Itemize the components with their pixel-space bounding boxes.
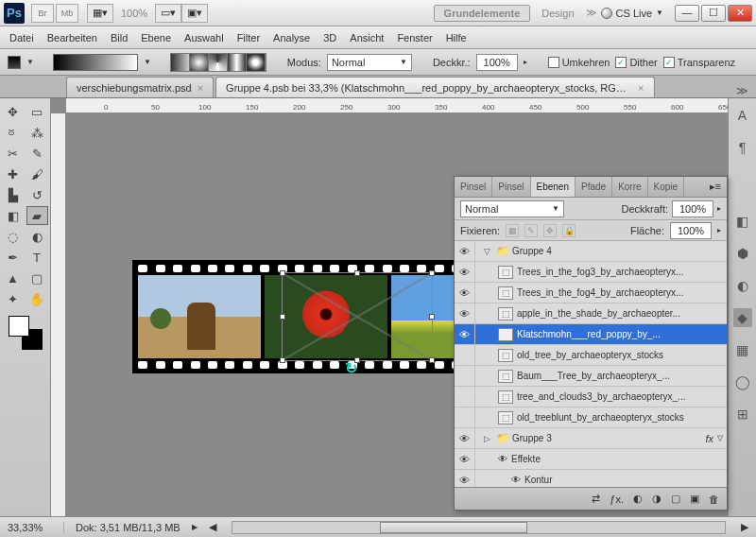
color-swatches[interactable] bbox=[9, 316, 43, 350]
layer-row[interactable]: 👁⬚Klatschmohn___red_poppy_by_... bbox=[455, 324, 727, 345]
visibility-icon[interactable]: 👁 bbox=[455, 449, 475, 469]
layer-row[interactable]: ⬚Baum___Tree_by_archaeopteryx_... bbox=[455, 366, 727, 387]
dodge-tool[interactable]: ◐ bbox=[26, 227, 48, 246]
mode-select[interactable]: Normal▼ bbox=[327, 54, 412, 71]
trash-icon[interactable]: 🗑 bbox=[709, 494, 719, 505]
close-icon[interactable]: × bbox=[198, 82, 203, 94]
layer-name[interactable]: tree_and_clouds3_by_archaeopteryx_... bbox=[517, 391, 723, 402]
menu-ansicht[interactable]: Ansicht bbox=[350, 32, 384, 43]
menu-ebene[interactable]: Ebene bbox=[141, 32, 171, 43]
layer-row[interactable]: 👁👁Effekte bbox=[455, 449, 727, 470]
heal-tool[interactable]: ✚ bbox=[2, 165, 24, 183]
layer-thumb[interactable]: ⬚ bbox=[498, 349, 513, 362]
layer-row[interactable]: 👁▷📁Gruppe 3fx▽ bbox=[455, 428, 727, 449]
visibility-icon[interactable]: 👁 bbox=[455, 283, 475, 303]
status-zoom[interactable]: 33,33% bbox=[8, 522, 64, 533]
layer-name[interactable]: Effekte bbox=[511, 454, 723, 464]
layer-name[interactable]: Trees_in_the_fog3_by_archaeopteryx... bbox=[517, 267, 723, 277]
visibility-icon[interactable]: 👁 bbox=[455, 262, 475, 282]
menu-bearbeiten[interactable]: Bearbeiten bbox=[47, 32, 97, 43]
opacity-input[interactable]: 100% bbox=[476, 54, 518, 71]
layer-thumb[interactable]: ⬚ bbox=[498, 307, 513, 320]
doc-tab-1[interactable]: Gruppe 4.psb bei 33,3% (Klatschmohn___re… bbox=[215, 77, 654, 97]
workspace-essentials[interactable]: Grundelemente bbox=[434, 5, 531, 22]
wand-tool[interactable]: ⁂ bbox=[26, 123, 48, 142]
visibility-icon[interactable] bbox=[455, 407, 475, 427]
move-tool[interactable]: ✥ bbox=[2, 102, 24, 121]
transform-handle[interactable] bbox=[280, 357, 285, 363]
layer-row[interactable]: ⬚old_treeblunt_by_archaeopteryx_stocks bbox=[455, 407, 727, 428]
blur-tool[interactable]: ◌ bbox=[2, 227, 24, 246]
layer-name[interactable]: Klatschmohn___red_poppy_by_... bbox=[517, 329, 723, 339]
shape-tool[interactable]: ▢ bbox=[26, 268, 48, 287]
gradient-diamond[interactable] bbox=[247, 54, 266, 71]
new-layer-icon[interactable]: ▣ bbox=[690, 493, 699, 505]
menu-fenster[interactable]: Fenster bbox=[397, 32, 432, 43]
layer-name[interactable]: Trees_in_the_fog4_by_archaeopteryx... bbox=[517, 287, 723, 298]
eyedropper-tool[interactable]: ✎ bbox=[26, 144, 48, 163]
info-panel-icon[interactable]: ⊞ bbox=[733, 405, 752, 424]
stamp-tool[interactable]: ▙ bbox=[2, 185, 24, 204]
layer-row[interactable]: ⬚old_tree_by_archaeopteryx_stocks bbox=[455, 345, 727, 366]
layer-thumb[interactable]: ⬚ bbox=[498, 286, 513, 300]
transform-handle[interactable] bbox=[280, 314, 285, 320]
h-scrollbar[interactable] bbox=[232, 521, 726, 534]
tab-kopie[interactable]: Kopie bbox=[648, 177, 685, 197]
gradient-angle[interactable] bbox=[209, 54, 228, 71]
blend-select[interactable]: Normal▼ bbox=[460, 200, 564, 217]
layer-list[interactable]: 👁▽📁Gruppe 4👁⬚Trees_in_the_fog3_by_archae… bbox=[455, 241, 727, 487]
tab-ebenen[interactable]: Ebenen bbox=[531, 177, 576, 197]
lock-move-icon[interactable]: ✥ bbox=[543, 224, 557, 237]
ruler-vertical[interactable] bbox=[51, 113, 66, 516]
link-layers-icon[interactable]: ⇄ bbox=[592, 493, 600, 505]
layer-row[interactable]: 👁⬚apple_in_the_shade_by_archaeopter... bbox=[455, 303, 727, 324]
layer-thumb[interactable]: ⬚ bbox=[498, 390, 513, 404]
layer-row[interactable]: 👁▽📁Gruppe 4 bbox=[455, 241, 727, 262]
scroll-right[interactable]: ▶ bbox=[741, 521, 748, 533]
adjustment-icon[interactable]: ◑ bbox=[652, 493, 662, 505]
3d-tool[interactable]: ✦ bbox=[2, 289, 24, 308]
layer-thumb[interactable]: ⬚ bbox=[498, 370, 513, 383]
reverse-checkbox[interactable]: Umkehren bbox=[548, 57, 610, 68]
visibility-icon[interactable]: 👁 bbox=[455, 324, 475, 344]
layers-panel-icon[interactable]: ◆ bbox=[733, 308, 752, 327]
ruler-horizontal[interactable]: 5005010015020025030035040045050055060065… bbox=[66, 98, 728, 113]
transform-handle[interactable] bbox=[280, 270, 285, 276]
gradient-reflected[interactable] bbox=[228, 54, 247, 71]
cs-live[interactable]: CS Live▼ bbox=[601, 8, 663, 19]
layer-row[interactable]: 👁👁Kontur bbox=[455, 470, 727, 487]
dither-checkbox[interactable]: ✓Dither bbox=[615, 57, 657, 68]
minibridge-button[interactable]: Mb bbox=[56, 4, 78, 23]
transform-handle[interactable] bbox=[429, 357, 435, 363]
fx-icon[interactable]: ƒx. bbox=[610, 494, 624, 505]
marquee-tool[interactable]: ▭ bbox=[26, 102, 48, 121]
transform-handle[interactable] bbox=[354, 270, 360, 276]
workspace-design[interactable]: Design bbox=[534, 6, 581, 21]
layer-thumb[interactable]: ⬚ bbox=[498, 328, 513, 341]
layer-name[interactable]: old_tree_by_archaeopteryx_stocks bbox=[517, 350, 723, 360]
visibility-icon[interactable] bbox=[455, 387, 475, 407]
layer-row[interactable]: ⬚tree_and_clouds3_by_archaeopteryx_... bbox=[455, 387, 727, 407]
visibility-icon[interactable] bbox=[455, 366, 475, 386]
layer-name[interactable]: Kontur bbox=[524, 475, 723, 485]
tool-preset[interactable] bbox=[8, 56, 21, 69]
pen-tool[interactable]: ✒ bbox=[2, 248, 24, 267]
tab-pinsel1[interactable]: Pinsel bbox=[455, 177, 492, 197]
history-brush-tool[interactable]: ↺ bbox=[26, 185, 48, 204]
channels-panel-icon[interactable]: ▦ bbox=[733, 340, 752, 359]
doc-tab-0[interactable]: verschiebungsmatrix.psd× bbox=[66, 77, 214, 97]
menu-hilfe[interactable]: Hilfe bbox=[446, 32, 467, 43]
layer-name[interactable]: old_treeblunt_by_archaeopteryx_stocks bbox=[517, 412, 723, 423]
eraser-tool[interactable]: ◧ bbox=[2, 206, 24, 225]
visibility-icon[interactable]: 👁 bbox=[455, 303, 475, 323]
type-tool[interactable]: T bbox=[26, 248, 48, 267]
layer-name[interactable]: Baum___Tree_by_archaeopteryx_... bbox=[517, 371, 723, 381]
scroll-left[interactable]: ◀ bbox=[209, 521, 216, 533]
lock-all-icon[interactable]: 🔒 bbox=[562, 224, 576, 237]
group-icon[interactable]: ▢ bbox=[671, 493, 680, 505]
close-icon[interactable]: × bbox=[638, 82, 644, 94]
brush-tool[interactable]: 🖌 bbox=[26, 165, 48, 183]
layer-row[interactable]: 👁⬚Trees_in_the_fog4_by_archaeopteryx... bbox=[455, 283, 727, 303]
tab-overflow[interactable]: ≫ bbox=[729, 84, 756, 97]
lock-paint-icon[interactable]: ✎ bbox=[524, 224, 538, 237]
